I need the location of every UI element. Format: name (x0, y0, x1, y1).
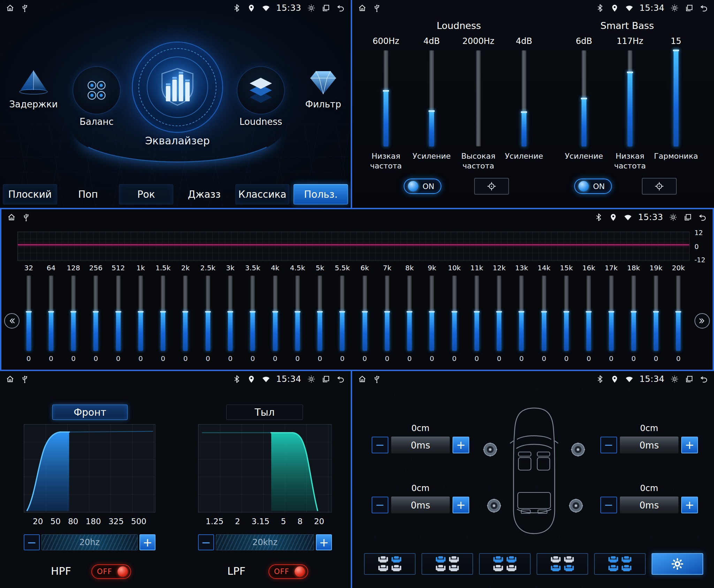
eq-band-19k[interactable]: 19k0 (645, 264, 667, 368)
smartbass-on-toggle[interactable]: ON (574, 179, 612, 194)
slider-track[interactable] (476, 50, 481, 146)
band-slider[interactable] (586, 276, 591, 351)
home-icon[interactable] (358, 375, 367, 384)
eq-band-10k[interactable]: 10k0 (443, 264, 465, 368)
delay-minus-button[interactable]: − (372, 437, 388, 453)
settings-button[interactable] (652, 553, 703, 575)
band-slider[interactable] (93, 276, 98, 351)
eq-band-64[interactable]: 640 (40, 264, 62, 368)
band-slider[interactable] (564, 276, 569, 351)
back-icon[interactable] (336, 375, 345, 384)
loudness-slider-4[interactable]: 4dBУсиление (498, 36, 550, 161)
band-slider[interactable] (609, 276, 614, 351)
eq-band-1k[interactable]: 1k0 (129, 264, 152, 368)
listening-position-button-5[interactable] (594, 553, 646, 575)
lpf-minus-button[interactable]: − (198, 534, 214, 550)
delay-minus-button[interactable]: − (372, 497, 388, 513)
slider-track[interactable] (582, 50, 586, 146)
slider-track[interactable] (383, 50, 388, 146)
back-icon[interactable] (336, 3, 345, 13)
eq-band-11k[interactable]: 11k0 (465, 264, 488, 368)
loudness-target-button[interactable] (474, 178, 509, 195)
band-slider[interactable] (273, 276, 278, 351)
loudness-slider-5[interactable]: 6dBУсиление (558, 36, 610, 161)
eq-band-3.5k[interactable]: 3.5k0 (242, 264, 264, 368)
home-icon[interactable] (6, 375, 15, 384)
slider-track[interactable] (522, 50, 526, 146)
brightness-icon[interactable] (307, 375, 316, 384)
band-slider[interactable] (497, 276, 501, 351)
eq-band-14k[interactable]: 14k0 (533, 264, 555, 368)
listening-position-button-3[interactable] (479, 553, 531, 575)
eq-band-18k[interactable]: 18k0 (622, 264, 645, 368)
loudness-slider-3[interactable]: 2000HzВысокая частота (452, 36, 504, 171)
tab-rear[interactable]: Тыл (226, 405, 303, 420)
band-slider[interactable] (295, 276, 300, 351)
brightness-icon[interactable] (307, 3, 316, 13)
back-icon[interactable] (698, 213, 707, 222)
eq-band-12k[interactable]: 12k0 (488, 264, 510, 368)
brightness-icon[interactable] (669, 213, 678, 222)
back-icon[interactable] (699, 3, 708, 13)
band-slider[interactable] (542, 276, 546, 351)
slider-track[interactable] (429, 50, 434, 146)
band-slider[interactable] (452, 276, 457, 351)
preset-button-2[interactable]: Поп (61, 184, 115, 204)
eq-band-4.5k[interactable]: 4.5k0 (286, 264, 309, 368)
delay-minus-button[interactable]: − (600, 497, 617, 513)
band-slider[interactable] (116, 276, 121, 351)
eq-band-9k[interactable]: 9k0 (421, 264, 443, 368)
recents-icon[interactable] (685, 375, 694, 384)
menu-item-balance[interactable]: Баланс (62, 67, 131, 127)
eq-band-20k[interactable]: 20k0 (667, 264, 690, 368)
band-slider[interactable] (407, 276, 412, 351)
lpf-slider-track[interactable]: 20khz (216, 534, 314, 550)
eq-band-15k[interactable]: 15k0 (555, 264, 577, 368)
next-page-button[interactable] (694, 313, 710, 329)
smartbass-target-button[interactable] (642, 178, 677, 195)
preset-button-1[interactable]: Плоский (3, 184, 57, 204)
recents-icon[interactable] (321, 375, 331, 384)
delay-plus-button[interactable]: + (453, 437, 469, 453)
band-slider[interactable] (519, 276, 524, 351)
eq-band-3k[interactable]: 3k0 (219, 264, 241, 368)
preset-button-3[interactable]: Рок (119, 184, 173, 204)
eq-band-6k[interactable]: 6k0 (354, 264, 376, 368)
band-slider[interactable] (474, 276, 479, 351)
eq-band-256[interactable]: 2560 (85, 264, 107, 368)
eq-band-7k[interactable]: 7k0 (376, 264, 398, 368)
band-slider[interactable] (49, 276, 53, 351)
recents-icon[interactable] (683, 213, 692, 222)
eq-band-5k[interactable]: 5k0 (309, 264, 331, 368)
slider-track[interactable] (674, 50, 678, 146)
band-slider[interactable] (183, 276, 188, 351)
band-slider[interactable] (631, 276, 636, 351)
back-icon[interactable] (699, 375, 708, 384)
hpf-plus-button[interactable]: + (139, 534, 155, 550)
loudness-on-toggle[interactable]: ON (404, 179, 441, 194)
band-slider[interactable] (228, 276, 233, 351)
band-slider[interactable] (138, 276, 143, 351)
slider-track[interactable] (628, 50, 632, 146)
delay-minus-button[interactable]: − (600, 437, 617, 453)
band-slider[interactable] (161, 276, 165, 351)
recents-icon[interactable] (685, 3, 694, 13)
hpf-off-toggle[interactable]: OFF (91, 564, 131, 579)
preset-button-6[interactable]: Польз. (294, 184, 348, 204)
band-slider[interactable] (318, 276, 322, 351)
eq-band-17k[interactable]: 17k0 (600, 264, 622, 368)
lpf-off-toggle[interactable]: OFF (268, 564, 308, 579)
listening-position-button-2[interactable] (421, 553, 473, 575)
eq-band-5.5k[interactable]: 5.5k0 (331, 264, 354, 368)
menu-item-equalizer[interactable]: Эквалайзер (130, 43, 225, 147)
eq-band-2.5k[interactable]: 2.5k0 (197, 264, 219, 368)
preset-button-5[interactable]: Классика (235, 184, 290, 204)
home-icon[interactable] (358, 3, 367, 13)
listening-position-button-1[interactable] (364, 553, 416, 575)
band-slider[interactable] (385, 276, 389, 351)
home-icon[interactable] (7, 213, 16, 222)
band-slider[interactable] (26, 276, 31, 351)
loudness-slider-1[interactable]: 600HzНизкая частота (360, 36, 412, 171)
delay-plus-button[interactable]: + (453, 497, 469, 513)
eq-band-1.5k[interactable]: 1.5k0 (152, 264, 174, 368)
